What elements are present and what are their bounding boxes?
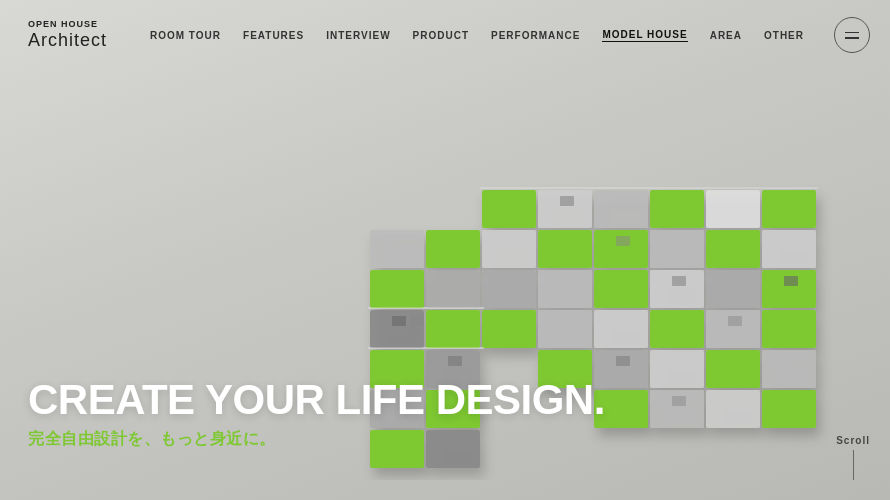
- main-nav: ROOM TOUR FEATURES INTERVIEW PRODUCT PER…: [150, 17, 870, 53]
- hamburger-menu-button[interactable]: [834, 17, 870, 53]
- svg-rect-29: [762, 270, 816, 308]
- nav-product[interactable]: PRODUCT: [413, 30, 469, 41]
- svg-rect-11: [426, 270, 480, 308]
- nav-features[interactable]: FEATURES: [243, 30, 304, 41]
- svg-rect-12: [482, 190, 536, 228]
- svg-rect-22: [706, 230, 760, 268]
- svg-rect-54: [672, 396, 686, 406]
- svg-rect-14: [594, 190, 648, 228]
- svg-rect-38: [650, 350, 704, 388]
- svg-rect-20: [594, 230, 648, 268]
- svg-rect-46: [410, 316, 424, 326]
- site-header: OPEN HOUSE Architect ROOM TOUR FEATURES …: [0, 0, 890, 70]
- svg-rect-18: [482, 230, 536, 268]
- svg-rect-10: [370, 270, 424, 308]
- svg-rect-47: [448, 356, 462, 366]
- menu-line-1: [845, 32, 859, 34]
- svg-rect-48: [560, 196, 574, 206]
- svg-rect-16: [706, 190, 760, 228]
- svg-rect-33: [650, 310, 704, 348]
- svg-rect-30: [482, 310, 536, 348]
- svg-rect-43: [706, 390, 760, 428]
- svg-rect-8: [370, 230, 424, 268]
- svg-rect-50: [672, 276, 686, 286]
- hero-section: OPEN HOUSE Architect ROOM TOUR FEATURES …: [0, 0, 890, 500]
- scroll-indicator: Scroll: [836, 435, 870, 480]
- hero-text-block: CREATE YOUR LIFE DESIGN. 完全自由設計を、もっと身近に。: [28, 377, 605, 450]
- nav-model-house[interactable]: MODEL HOUSE: [602, 29, 687, 42]
- svg-rect-25: [538, 270, 592, 308]
- svg-rect-15: [650, 190, 704, 228]
- hero-sub-title: 完全自由設計を、もっと身近に。: [28, 429, 605, 450]
- scroll-label: Scroll: [836, 435, 870, 446]
- svg-rect-45: [392, 316, 406, 326]
- hero-main-title: CREATE YOUR LIFE DESIGN.: [28, 377, 605, 423]
- svg-rect-1: [426, 310, 480, 348]
- svg-rect-51: [728, 316, 742, 326]
- svg-rect-32: [594, 310, 648, 348]
- svg-rect-53: [616, 356, 630, 366]
- logo-top-line: OPEN HOUSE: [28, 19, 107, 30]
- svg-rect-39: [706, 350, 760, 388]
- nav-room-tour[interactable]: ROOM TOUR: [150, 30, 221, 41]
- logo-bottom-line: Architect: [28, 30, 107, 52]
- svg-rect-0: [370, 310, 424, 348]
- svg-rect-13: [538, 190, 592, 228]
- nav-area[interactable]: AREA: [710, 30, 742, 41]
- nav-other[interactable]: OTHER: [764, 30, 804, 41]
- svg-rect-26: [594, 270, 648, 308]
- svg-rect-28: [706, 270, 760, 308]
- menu-line-2: [845, 37, 859, 39]
- svg-rect-40: [762, 350, 816, 388]
- svg-rect-19: [538, 230, 592, 268]
- svg-rect-27: [650, 270, 704, 308]
- svg-rect-31: [538, 310, 592, 348]
- svg-rect-35: [762, 310, 816, 348]
- svg-rect-49: [616, 236, 630, 246]
- svg-rect-17: [762, 190, 816, 228]
- scroll-line: [853, 450, 854, 480]
- svg-rect-42: [650, 390, 704, 428]
- nav-performance[interactable]: PERFORMANCE: [491, 30, 580, 41]
- svg-rect-9: [426, 230, 480, 268]
- svg-rect-52: [784, 276, 798, 286]
- svg-rect-23: [762, 230, 816, 268]
- svg-rect-21: [650, 230, 704, 268]
- nav-interview[interactable]: INTERVIEW: [326, 30, 390, 41]
- logo: OPEN HOUSE Architect: [28, 19, 107, 51]
- svg-rect-44: [762, 390, 816, 428]
- svg-rect-34: [706, 310, 760, 348]
- svg-rect-24: [482, 270, 536, 308]
